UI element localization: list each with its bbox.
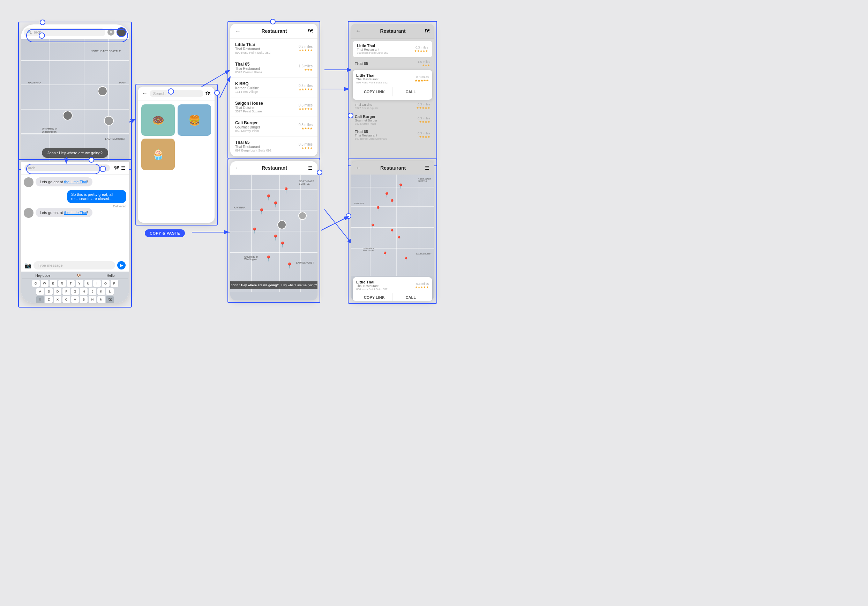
chat-bubble: John : Hey where are we going? xyxy=(42,148,108,158)
map-view-title: Restaurant xyxy=(241,165,308,171)
rest-item-1[interactable]: Little Thai Thai Restaurant 890 Koss Poi… xyxy=(230,39,318,58)
suggest-2[interactable]: Hello xyxy=(107,273,115,278)
map-view-dot xyxy=(317,169,322,175)
key-t[interactable]: T xyxy=(67,280,74,287)
right-top-item-5[interactable]: Thai 65 Thai Restaurant 697 Berge Light … xyxy=(350,127,434,143)
key-m[interactable]: M xyxy=(97,296,105,303)
user-avatar[interactable] xyxy=(116,27,126,37)
key-v[interactable]: V xyxy=(71,296,79,303)
menu-icon[interactable]: ☰ xyxy=(121,165,126,171)
suggest-1[interactable]: Hey dude xyxy=(35,273,50,278)
key-f[interactable]: F xyxy=(62,288,70,295)
call-button-top[interactable]: CALL xyxy=(392,87,429,96)
call-button-rb[interactable]: CALL xyxy=(392,293,429,301)
key-l[interactable]: L xyxy=(106,288,114,295)
rt-addr-1: 890 Koss Point Suite 352 xyxy=(357,51,414,54)
rest-item-3[interactable]: K BBQ Korean Cuisine 111 Fern Village 0.… xyxy=(230,78,318,97)
key-x[interactable]: X xyxy=(54,296,61,303)
rt-type-3: Thai Cuisine xyxy=(355,103,416,106)
rt-type-1: Thai Restaurant xyxy=(357,48,414,51)
send-button[interactable]: ▶ xyxy=(117,261,126,269)
map-pin-c: 📍 xyxy=(272,201,279,208)
keyboard-row-2: A S D F G H J K L xyxy=(22,288,128,295)
key-a[interactable]: A xyxy=(36,288,44,295)
key-y[interactable]: Y xyxy=(76,280,84,287)
cat-dot-right xyxy=(214,90,220,96)
key-r[interactable]: R xyxy=(58,280,66,287)
category-card-burger[interactable]: 🍔 xyxy=(178,104,211,136)
key-shift[interactable]: ⇧ xyxy=(36,296,44,303)
key-b[interactable]: B xyxy=(80,296,88,303)
messages-list: Lets go eat at the Little Thai! So this … xyxy=(21,174,129,224)
key-s[interactable]: S xyxy=(45,288,53,295)
copy-link-button[interactable]: COPY LINK xyxy=(356,87,392,96)
map-pin-e: 📍 xyxy=(251,227,258,234)
map-icon-rest[interactable]: 🗺 xyxy=(308,28,313,34)
suggest-emoji[interactable]: 🐶 xyxy=(76,273,81,278)
hamburger-icon[interactable]: ☰ xyxy=(308,165,313,171)
back-arrow-right-top[interactable]: ← xyxy=(355,28,361,34)
category-header: ← Search... 🗺 xyxy=(138,87,215,101)
rest-item-6[interactable]: Thai 65 Thai Restaurant 697 Berge Light … xyxy=(230,137,318,156)
right-top-item-2[interactable]: Thai 65 1.5 miles ★★★ xyxy=(350,57,434,70)
rest-item-5[interactable]: Cali Burger Gourmet Burger 852 Murray Pl… xyxy=(230,117,318,137)
key-h[interactable]: H xyxy=(80,288,88,295)
rest-type-5: Gourmet Burger xyxy=(235,125,299,129)
map-toggle-icon[interactable]: 🗺 xyxy=(114,165,119,171)
category-search[interactable]: Search... xyxy=(150,90,203,97)
message-input[interactable]: Type message xyxy=(34,261,115,269)
search-input[interactable]: arch... xyxy=(34,30,45,34)
key-d[interactable]: D xyxy=(54,288,61,295)
key-k[interactable]: K xyxy=(97,288,105,295)
key-i[interactable]: I xyxy=(93,280,101,287)
right-top-item-3[interactable]: Thai Cuisine 3527 Feest Square 0.3 miles… xyxy=(350,100,434,112)
map-icon-right-top[interactable]: 🗺 xyxy=(425,28,429,34)
rest-item-4[interactable]: Saigon House Thai Cuisine 3527 Feest Squ… xyxy=(230,97,318,117)
key-n[interactable]: N xyxy=(88,296,96,303)
rest-type-6: Thai Restaurant xyxy=(235,145,299,149)
clear-icon[interactable]: ✕ xyxy=(107,29,115,36)
key-backspace[interactable]: ⌫ xyxy=(106,296,114,303)
rt-dist-3: 0.3 miles xyxy=(416,103,430,106)
key-o[interactable]: O xyxy=(102,280,110,287)
key-z[interactable]: Z xyxy=(45,296,53,303)
key-q[interactable]: Q xyxy=(32,280,40,287)
messages-search[interactable]: arch... xyxy=(25,165,110,171)
key-c[interactable]: C xyxy=(62,296,70,303)
camera-icon[interactable]: 📷 xyxy=(25,262,31,269)
message-row-2: Lets go eat at the Little Thai! xyxy=(24,208,126,218)
category-card-cupcake[interactable]: 🧁 xyxy=(141,138,175,170)
key-u[interactable]: U xyxy=(84,280,92,287)
popup-type: Thai Restaurant xyxy=(356,78,415,81)
rest-name-3: K BBQ xyxy=(235,81,299,86)
back-arrow-rest[interactable]: ← xyxy=(235,28,241,34)
key-j[interactable]: J xyxy=(88,288,96,295)
user-pin-avatar xyxy=(277,220,287,229)
keyboard-row-1: Q W E R T Y U I O P xyxy=(22,280,128,287)
right-top-screen: ← Restaurant 🗺 Little Thai Thai Restaura… xyxy=(350,24,434,163)
rest-stars-4: ★★★★★ xyxy=(299,107,313,111)
rt-stars-2: ★★★ xyxy=(418,64,430,67)
restaurant-list-title: Restaurant xyxy=(241,28,308,34)
back-arrow-cat[interactable]: ← xyxy=(142,90,147,97)
link-little-thai-2[interactable]: the Little Thai xyxy=(64,210,87,215)
rest-dist-1: 0.3 miles xyxy=(299,45,313,48)
rb-pin-3: 📍 xyxy=(389,199,395,205)
map-icon-cat[interactable]: 🗺 xyxy=(206,91,210,96)
copy-link-button-rb[interactable]: COPY LINK xyxy=(356,293,392,301)
rest-item-2[interactable]: Thai 65 Thai Restaurant 0393 Cremin Glen… xyxy=(230,58,318,78)
key-p[interactable]: P xyxy=(111,280,118,287)
key-w[interactable]: W xyxy=(41,280,48,287)
key-e[interactable]: E xyxy=(50,280,57,287)
bubble-other-2: Lets go eat at the Little Thai! xyxy=(36,208,93,217)
category-card-donut[interactable]: 🍩 xyxy=(141,104,175,136)
right-top-item-4[interactable]: Cali Burger Gourmet Burger 852 Murray Pl… xyxy=(350,112,434,127)
right-bottom-title: Restaurant xyxy=(361,165,425,171)
map-label-uw: University ofWashington xyxy=(42,127,57,134)
key-g[interactable]: G xyxy=(71,288,79,295)
back-arrow-right-bottom[interactable]: ← xyxy=(355,165,361,171)
hamburger-icon-rb[interactable]: ☰ xyxy=(425,165,429,171)
back-arrow-map-view[interactable]: ← xyxy=(235,165,241,171)
right-top-item-1[interactable]: Little Thai Thai Restaurant 890 Koss Poi… xyxy=(353,41,432,57)
link-little-thai-1[interactable]: the Little Thai xyxy=(64,180,87,184)
